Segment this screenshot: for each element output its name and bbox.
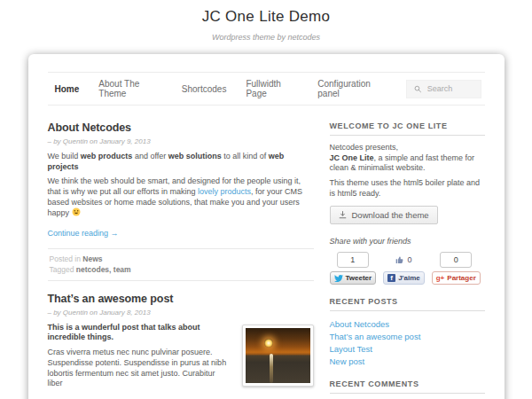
nav-item-shortcodes[interactable]: Shortcodes	[182, 84, 227, 94]
gplus-count: 0	[440, 252, 472, 268]
search-icon	[414, 84, 422, 94]
welcome-heading: WELCOME TO JC ONE LITE	[330, 121, 485, 136]
post-about-netcodes: About Netcodes – by Quentin on January 9…	[48, 121, 314, 281]
post-title[interactable]: About Netcodes	[48, 121, 314, 135]
post-title[interactable]: That’s an awesome post	[48, 293, 314, 306]
nav-item-home[interactable]: Home	[55, 84, 80, 94]
welcome-paragraph: Netcodes presents,JC One Lite, a simple …	[330, 143, 485, 174]
download-icon	[339, 211, 347, 219]
recent-comments-heading: RECENT COMMENTS	[330, 379, 485, 394]
facebook-like-button[interactable]: f J'aime	[383, 271, 425, 285]
intro-text: and offer	[132, 152, 168, 160]
sidebar: WELCOME TO JC ONE LITE Netcodes presents…	[330, 121, 485, 399]
sun-graphic	[264, 339, 273, 348]
continue-reading-link[interactable]: Continue reading →	[48, 229, 119, 238]
post-byline: – by Quentin on January 9, 2013	[48, 137, 314, 145]
welcome-widget: WELCOME TO JC ONE LITE Netcodes presents…	[330, 121, 485, 285]
welcome-text: Netcodes presents,	[330, 143, 399, 152]
download-theme-button[interactable]: Download the theme	[330, 206, 438, 224]
welcome-bold: JC One Lite	[330, 153, 374, 162]
category-link[interactable]: News	[82, 254, 102, 263]
twitter-widget: 1 Tweeter	[330, 252, 377, 285]
post-thumbnail-sunset-image[interactable]	[242, 325, 314, 387]
intro-bold: web solutions	[168, 152, 222, 160]
post-byline: – by Quentin on January 8, 2013	[48, 309, 314, 317]
sunset-photo	[246, 328, 310, 383]
twitter-bird-icon	[334, 274, 343, 283]
site-header: JC One Lite Demo Wordpress theme by netc…	[0, 0, 532, 42]
nav-item-about-the-theme[interactable]: About The Theme	[98, 79, 162, 98]
tagged-label: Tagged	[50, 265, 74, 274]
facebook-f-icon: f	[387, 274, 395, 282]
social-share-row: 1 Tweeter 0 f J'aime	[330, 252, 485, 285]
site-title: JC One Lite Demo	[0, 8, 532, 26]
recent-post-link[interactable]: That’s an awesome post	[330, 331, 485, 343]
main-nav: Home About The Theme Shortcodes Fullwidt…	[48, 72, 485, 106]
recent-post-link[interactable]: New post	[330, 356, 485, 368]
recent-comments-widget: RECENT COMMENTS	[330, 379, 485, 394]
intro-text: to all kind of	[222, 152, 269, 160]
thumbs-up-icon	[395, 255, 404, 264]
download-label: Download the theme	[352, 210, 429, 220]
lead-bold: This is a wunderful post that talks abou…	[48, 323, 200, 342]
site-tagline: Wordpress theme by netcodes	[0, 33, 532, 42]
gplus-share-button[interactable]: g+ Partager	[432, 271, 481, 285]
tagged-row: Tagged netcodes, team	[50, 264, 312, 275]
post-meta: Posted in News Tagged netcodes, team	[48, 248, 314, 281]
search-box[interactable]	[406, 80, 481, 98]
posts-column: About Netcodes – by Quentin on January 9…	[48, 121, 314, 399]
post-awesome: That’s an awesome post – by Quentin on J…	[48, 293, 314, 399]
gplus-widget: 0 g+ Partager	[432, 252, 481, 285]
nav-item-fullwidth-page[interactable]: Fullwidth Page	[246, 79, 298, 98]
tweet-button-label: Tweeter	[346, 274, 372, 282]
gplus-icon: g+	[436, 274, 445, 282]
gplus-button-label: Partager	[447, 274, 475, 282]
post-intro: We build web products and offer web solu…	[48, 152, 314, 172]
page-columns: About Netcodes – by Quentin on January 9…	[48, 106, 485, 399]
tags-link[interactable]: netcodes, team	[76, 265, 131, 274]
main-container: Home About The Theme Shortcodes Fullwidt…	[28, 54, 505, 399]
posted-in-label: Posted in	[50, 254, 81, 263]
share-title: Share with your friends	[330, 237, 485, 247]
intro-bold: web products	[81, 152, 133, 160]
search-input[interactable]	[427, 84, 473, 93]
tweet-button[interactable]: Tweeter	[330, 271, 377, 285]
happy-emoji-icon	[72, 207, 81, 216]
nav-item-configuration-panel[interactable]: Configuration panel	[317, 79, 387, 98]
like-count-value: 0	[407, 255, 411, 264]
facebook-widget: 0 f J'aime	[383, 252, 425, 285]
recent-posts-heading: RECENT POSTS	[330, 297, 485, 311]
posted-in-row: Posted in News	[50, 254, 312, 264]
tweet-count: 1	[337, 252, 369, 268]
recent-posts-widget: RECENT POSTS About Netcodes That’s an aw…	[330, 297, 485, 368]
like-button-label: J'aime	[398, 274, 420, 282]
recent-post-link[interactable]: About Netcodes	[330, 318, 485, 331]
recent-post-link[interactable]: Layout Test	[330, 343, 485, 356]
intro-text: We build	[48, 152, 81, 160]
sun-reflection-graphic	[270, 354, 273, 383]
like-count: 0	[395, 252, 411, 268]
welcome-paragraph-2: This theme uses the html5 boiler plate a…	[330, 178, 485, 199]
post-body: We think the web should be smart, and de…	[48, 176, 314, 219]
lovely-products-link[interactable]: lovely products	[198, 187, 251, 196]
